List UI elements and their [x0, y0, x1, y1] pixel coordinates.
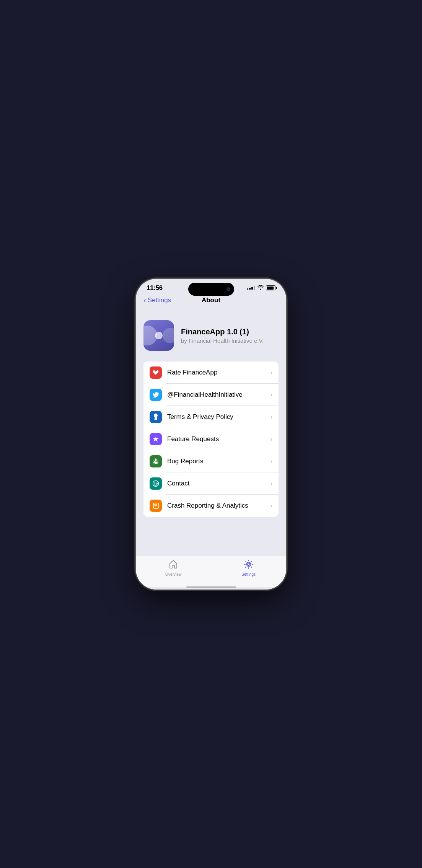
- screen: 11:56: [136, 279, 286, 590]
- contact-label: Contact: [167, 480, 265, 487]
- wifi-icon: [257, 285, 264, 291]
- svg-point-8: [155, 461, 156, 462]
- app-icon: [143, 320, 174, 351]
- settings-tab-icon: [244, 559, 254, 571]
- app-info: FinanceApp 1.0 (1) by Financial Health I…: [181, 327, 279, 344]
- back-chevron-icon: ‹: [143, 296, 146, 304]
- app-name: FinanceApp 1.0 (1): [181, 327, 279, 337]
- tab-bar: Overview Settings: [136, 555, 286, 587]
- status-bar: 11:56: [136, 279, 286, 295]
- crash-icon: [150, 500, 162, 512]
- rate-icon: [150, 366, 162, 379]
- overview-tab-label: Overview: [165, 572, 181, 576]
- status-time: 11:56: [147, 284, 163, 292]
- rate-label: Rate FinanceApp: [167, 369, 265, 376]
- list-item-contact[interactable]: @ Contact ›: [143, 472, 279, 495]
- list-item-crash[interactable]: Crash Reporting & Analytics ›: [143, 495, 279, 517]
- twitter-chevron-icon: ›: [270, 391, 272, 398]
- svg-point-1: [154, 460, 157, 464]
- back-label: Settings: [148, 296, 171, 304]
- list-item-bug[interactable]: Bug Reports ›: [143, 450, 279, 472]
- page-title: About: [202, 296, 220, 304]
- dynamic-island-dot: [226, 287, 230, 291]
- back-button[interactable]: ‹ Settings: [143, 296, 171, 304]
- bug-chevron-icon: ›: [270, 458, 272, 465]
- svg-point-0: [155, 458, 157, 460]
- rate-chevron-icon: ›: [270, 369, 272, 376]
- svg-point-17: [248, 563, 250, 565]
- signal-icon: [247, 286, 255, 290]
- svg-point-9: [156, 461, 157, 462]
- terms-chevron-icon: ›: [270, 414, 272, 420]
- tab-settings[interactable]: Settings: [211, 559, 287, 576]
- home-indicator-bar: [186, 586, 236, 588]
- feature-icon: [150, 433, 162, 445]
- dynamic-island: [188, 283, 234, 296]
- list-item-feature[interactable]: Feature Requests ›: [143, 428, 279, 450]
- contact-icon: @: [150, 477, 162, 490]
- list-item-twitter[interactable]: @FinancialHealthInitiative ›: [143, 384, 279, 406]
- crash-chevron-icon: ›: [270, 502, 272, 509]
- svg-line-6: [153, 464, 154, 464]
- svg-rect-16: [153, 504, 155, 505]
- list-item-rate[interactable]: Rate FinanceApp ›: [143, 362, 279, 384]
- twitter-label: @FinancialHealthInitiative: [167, 391, 265, 399]
- svg-line-2: [153, 461, 154, 461]
- svg-line-3: [157, 461, 158, 461]
- nav-bar: ‹ Settings About: [136, 295, 286, 309]
- content-area: FinanceApp 1.0 (1) by Financial Health I…: [136, 309, 286, 555]
- crash-label: Crash Reporting & Analytics: [167, 502, 265, 510]
- battery-icon: [266, 285, 275, 290]
- app-author: by Financial Health Initiative e.V.: [181, 337, 279, 344]
- terms-label: Terms & Privacy Policy: [167, 413, 265, 421]
- phone-frame: 11:56: [136, 279, 286, 590]
- overview-tab-icon: [168, 559, 178, 571]
- list-item-terms[interactable]: Terms & Privacy Policy ›: [143, 406, 279, 428]
- feature-label: Feature Requests: [167, 435, 265, 443]
- svg-text:@: @: [154, 481, 158, 486]
- bug-label: Bug Reports: [167, 458, 265, 465]
- terms-icon: [150, 411, 162, 423]
- icon-center-dot: [155, 332, 163, 339]
- battery-fill: [267, 287, 274, 290]
- menu-list: Rate FinanceApp › @FinancialHealthInitia…: [143, 362, 279, 517]
- twitter-icon: [150, 389, 162, 401]
- icon-wing-right: [163, 328, 174, 343]
- settings-tab-label: Settings: [241, 572, 256, 576]
- contact-chevron-icon: ›: [270, 480, 272, 487]
- app-header: FinanceApp 1.0 (1) by Financial Health I…: [143, 313, 279, 362]
- status-icons: [247, 285, 275, 291]
- feature-chevron-icon: ›: [270, 436, 272, 443]
- tab-overview[interactable]: Overview: [136, 559, 211, 576]
- bug-icon: [150, 455, 162, 467]
- home-indicator: [136, 587, 286, 590]
- svg-line-7: [157, 464, 158, 464]
